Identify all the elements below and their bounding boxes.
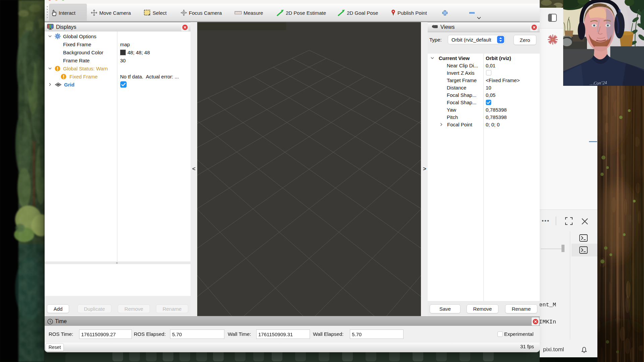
svg-text:…Con’24: …Con’24 xyxy=(590,80,607,86)
